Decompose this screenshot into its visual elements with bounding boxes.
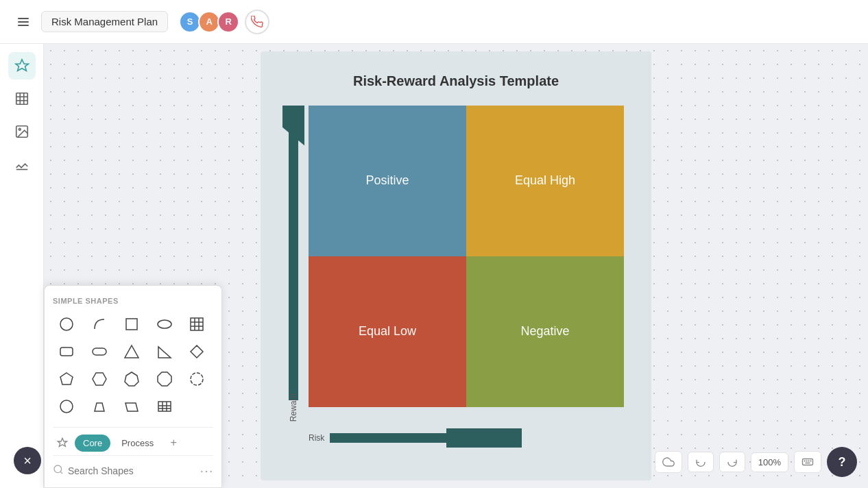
shape-decagon[interactable] [183,367,210,391]
shape-donut[interactable] [53,394,80,419]
svg-rect-14 [126,319,137,330]
redo-button[interactable] [719,452,745,472]
search-icon [53,464,64,478]
svg-marker-34 [125,403,138,411]
shapes-grid [53,312,213,419]
cell-negative: Negative [466,256,624,407]
frames-sidebar-btn[interactable] [8,85,36,112]
shape-heptagon[interactable] [118,367,145,391]
svg-point-13 [60,318,73,330]
shapes-tab-icon[interactable] [53,433,72,452]
svg-point-31 [60,400,73,413]
svg-marker-23 [125,345,138,358]
x-axis-label: Risk [309,433,324,443]
shape-circle[interactable] [53,312,80,337]
help-button[interactable]: ? [827,447,857,477]
shape-parallelogram[interactable] [118,394,145,419]
call-button[interactable] [245,10,269,34]
diagram-container: Risk-Reward Analysis Template Reward [261,51,651,480]
matrix-bottom-row: Equal Low Negative [309,256,624,407]
svg-marker-29 [158,372,171,386]
svg-marker-28 [125,372,138,386]
shape-table[interactable] [183,312,210,337]
menu-button[interactable] [11,10,36,34]
shape-octagon[interactable] [151,367,178,391]
shapes-section-label: SIMPLE SHAPES [53,297,213,305]
cell-equal-low: Equal Low [309,256,466,407]
drawing-sidebar-btn[interactable] [8,151,36,178]
keyboard-button[interactable] [794,451,821,473]
svg-point-30 [191,373,203,385]
shape-right-triangle[interactable] [151,339,178,364]
tab-core[interactable]: Core [75,435,110,452]
svg-marker-25 [191,345,203,358]
svg-rect-22 [93,348,106,355]
shapes-tabs: Core Process + [53,427,213,452]
svg-marker-24 [158,347,171,358]
add-tab-button[interactable]: + [165,434,182,452]
shapes-panel: SIMPLE SHAPES [44,285,222,488]
header: Risk Management Plan S A R [0,0,868,44]
close-fab-button[interactable]: × [14,447,41,474]
svg-marker-27 [93,373,106,385]
shape-hexagon[interactable] [86,367,113,391]
matrix-top-row: Positive Equal High [309,106,624,256]
zoom-level[interactable]: 100% [751,452,788,472]
avatar-3[interactable]: R [217,11,239,33]
document-title-area[interactable]: Risk Management Plan [41,11,168,32]
x-axis-arrow [330,428,522,448]
tab-process[interactable]: Process [113,435,162,452]
shape-grid-table[interactable] [151,394,178,419]
left-sidebar [0,44,44,488]
svg-rect-16 [191,318,203,330]
svg-line-41 [60,472,62,474]
shape-ellipse[interactable] [151,312,178,337]
shape-pentagon[interactable] [53,367,80,391]
svg-point-40 [54,465,62,473]
svg-rect-42 [803,459,813,465]
shape-rounded-rect[interactable] [53,339,80,364]
undo-button[interactable] [688,452,714,472]
search-more-button[interactable]: ⋯ [200,463,213,479]
search-input[interactable] [68,465,200,476]
shape-triangle[interactable] [118,339,145,364]
matrix-grid: Positive Equal High Equal Low Negative [309,106,624,422]
svg-point-9 [19,128,21,130]
cell-equal-high: Equal High [466,106,624,256]
shape-square[interactable] [118,312,145,337]
cell-positive: Positive [309,106,466,256]
search-area: ⋯ [53,455,213,487]
bottom-toolbar: 100% ? [655,447,857,477]
svg-point-32 [64,404,69,409]
document-title: Risk Management Plan [51,16,158,27]
svg-rect-35 [158,402,171,411]
collaborators-area: S A R [179,10,269,34]
shape-trapezoid[interactable] [86,394,113,419]
cloud-save-button[interactable] [655,451,682,473]
svg-marker-33 [95,403,104,411]
y-axis-label: Reward [289,393,298,422]
svg-marker-26 [60,373,73,385]
images-sidebar-btn[interactable] [8,118,36,145]
svg-rect-3 [16,93,27,105]
svg-point-15 [158,320,171,328]
svg-rect-21 [60,347,73,356]
diagram-title: Risk-Reward Analysis Template [282,73,629,89]
y-axis-arrow [282,106,304,407]
shapes-sidebar-btn[interactable] [8,52,36,80]
shape-diamond[interactable] [183,339,210,364]
shape-arc[interactable] [86,312,113,337]
shape-stadium[interactable] [86,339,113,364]
